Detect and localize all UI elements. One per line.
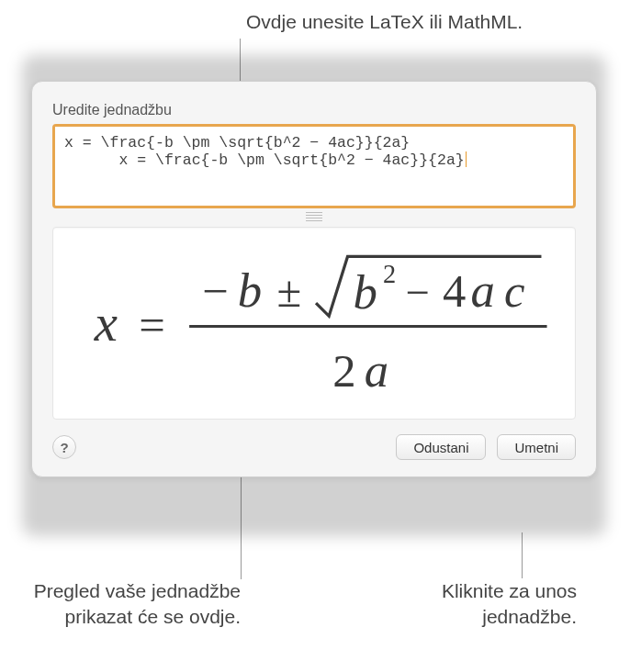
help-button[interactable]: ? (52, 435, 76, 459)
svg-text:b: b (354, 265, 377, 319)
svg-text:c: c (504, 265, 525, 317)
svg-text:b: b (238, 263, 262, 317)
svg-text:x: x (94, 293, 118, 351)
insert-button[interactable]: Umetni (497, 434, 576, 460)
callout-insert: Kliknite za unos jednadžbe. (393, 578, 577, 630)
dialog-footer: ? Odustani Umetni (52, 434, 576, 460)
callout-leader (522, 532, 523, 578)
svg-text:4: 4 (443, 265, 466, 317)
cancel-button[interactable]: Odustani (396, 434, 486, 460)
equation-preview: x = − b ± b 2 − 4 a c 2 a (52, 227, 576, 420)
equation-input[interactable] (55, 127, 573, 202)
svg-text:−: − (202, 265, 229, 317)
svg-text:=: = (139, 298, 165, 350)
svg-text:2: 2 (332, 345, 355, 397)
svg-text:a: a (365, 343, 388, 397)
input-label: Uredite jednadžbu (52, 102, 576, 118)
svg-text:a: a (470, 263, 494, 317)
callout-top: Ovdje unesite LaTeX ili MathML. (246, 11, 523, 33)
rendered-equation-icon: x = − b ± b 2 − 4 a c 2 a (53, 230, 575, 417)
callout-preview: Pregled vaše jednadžbe prikazat će se ov… (11, 578, 241, 630)
svg-text:−: − (405, 268, 429, 316)
svg-text:±: ± (276, 267, 301, 317)
equation-input-wrap[interactable]: x = \frac{-b \pm \sqrt{b^2 − 4ac}}{2a} (52, 124, 576, 208)
equation-editor-dialog: Uredite jednadžbu x = \frac{-b \pm \sqrt… (31, 81, 597, 477)
svg-text:2: 2 (383, 259, 396, 287)
help-icon: ? (60, 440, 68, 455)
resize-grip-icon[interactable] (306, 212, 322, 221)
